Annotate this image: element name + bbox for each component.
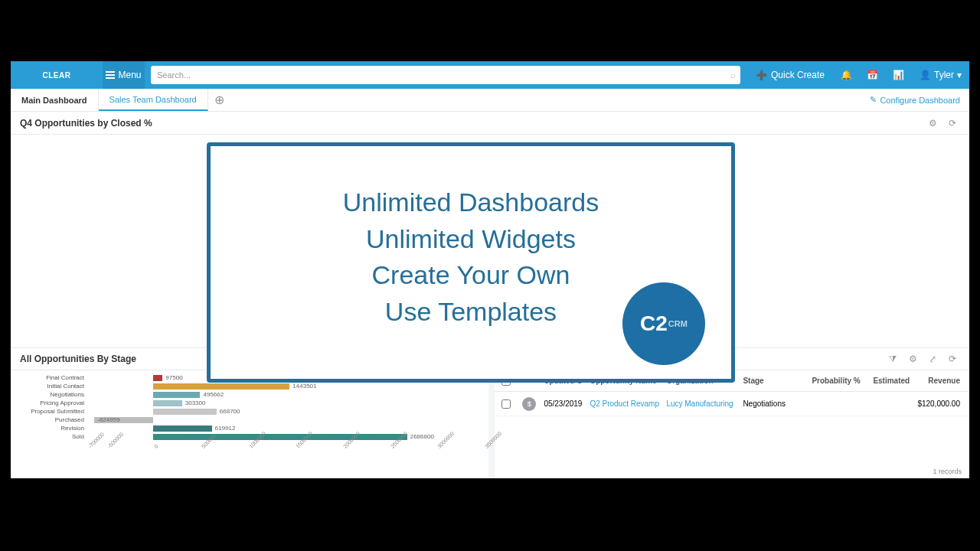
col-revenue[interactable]: Revenue (908, 377, 969, 385)
cell-organization[interactable]: Lucy Manufacturing (663, 399, 740, 408)
widget-filter-button[interactable]: ⧩ (885, 351, 900, 367)
bar (153, 409, 216, 415)
user-menu[interactable]: 👤 Tyler ▾ (912, 61, 969, 89)
search-input[interactable] (151, 66, 740, 84)
bar (153, 383, 289, 390)
menu-button[interactable]: Menu (103, 61, 145, 89)
col-estimated[interactable]: Estimated (870, 377, 908, 385)
widget-share-button[interactable]: ⤤ (925, 351, 940, 367)
configure-dashboard-button[interactable]: ✎ Configure Dashboard (861, 89, 969, 111)
bar-value-label: 668700 (220, 408, 240, 415)
hamburger-icon (106, 70, 115, 80)
bar-value-label: -624959 (97, 416, 119, 423)
bar-row: Initial Contact1443501 (87, 382, 482, 390)
bar-value-label: 495662 (203, 391, 224, 398)
col-probability[interactable]: Probability % (808, 377, 870, 385)
menu-label: Menu (118, 70, 141, 80)
bar-row: Negotiations495662 (87, 390, 482, 399)
widget-settings-button[interactable]: ⚙ (905, 351, 920, 367)
refresh-icon: ⟳ (949, 118, 956, 129)
bar-row: Sold2686800 (87, 432, 482, 441)
cell-opportunity-name[interactable]: Q2 Product Revamp (586, 399, 663, 408)
bar-label: Negotiations (15, 391, 84, 398)
plus-circle-icon: ➕ (756, 70, 767, 80)
bar-label: Sold (15, 433, 84, 440)
c2crm-logo: C2CRM (622, 282, 705, 365)
bar-row: Pricing Approval303300 (87, 399, 482, 407)
bar-value-label: 303300 (185, 399, 206, 406)
tabs-row: Main Dashboard Sales Team Dashboard ⊕ ✎ … (11, 89, 969, 112)
table-row[interactable]: $ 05/23/2019 Q2 Product Revamp Lucy Manu… (495, 392, 969, 416)
bar-label: Proposal Submitted (15, 408, 84, 415)
bar (153, 400, 181, 406)
user-name: Tyler (934, 70, 954, 80)
share-icon: ⤤ (929, 354, 936, 364)
bar-label: Initial Contact (15, 383, 84, 390)
bar-row: Revision619912 (87, 424, 482, 432)
bar-label: Revision (15, 425, 84, 432)
pencil-icon: ✎ (870, 95, 877, 105)
overlay-line-1: Unlimited Dashboards (211, 184, 731, 221)
plus-icon: ⊕ (214, 93, 224, 107)
chevron-down-icon: ▾ (957, 70, 962, 80)
bar-label: Final Contract (15, 374, 84, 381)
configure-label: Configure Dashboard (880, 96, 960, 105)
bar (153, 434, 407, 440)
row-type-icon: $ (522, 397, 536, 411)
bar (153, 425, 211, 432)
bar (153, 392, 200, 398)
topbar: CLEAR Menu ⌕ ➕ Quick Create 🔔 📅 📊 👤 Tyle… (11, 61, 969, 89)
app-logo: CLEAR (11, 71, 103, 80)
bar-label: Purchased (15, 416, 84, 423)
widget1-header: Q4 Opportunities by Closed % ⚙ ⟳ (11, 112, 969, 135)
bar (153, 375, 162, 381)
row-checkbox[interactable] (501, 399, 511, 409)
chart-icon[interactable]: 📊 (886, 61, 912, 89)
cell-revenue: $120,000.00 (908, 399, 969, 408)
bar-row: Purchased-624959 (87, 416, 482, 424)
tab-main-dashboard[interactable]: Main Dashboard (11, 89, 99, 111)
widget1-title: Q4 Opportunities by Closed % (20, 118, 925, 129)
stage-bar-chart: Final Contract97500Initial Contact144350… (11, 370, 488, 478)
search-icon[interactable]: ⌕ (730, 70, 736, 80)
bar-value-label: 97500 (165, 374, 182, 381)
bar-value-label: 2686800 (410, 433, 434, 440)
bar-value-label: 1443501 (292, 383, 316, 390)
axis-tick: 0 (153, 443, 159, 449)
user-icon: 👤 (920, 70, 931, 80)
col-stage[interactable]: Stage (740, 377, 808, 385)
cell-updated: 05/23/2019 (541, 399, 586, 408)
search-wrap: ⌕ (145, 61, 746, 89)
add-tab-button[interactable]: ⊕ (208, 89, 231, 111)
cell-stage: Negotiations (740, 399, 808, 408)
calendar-icon[interactable]: 📅 (860, 61, 886, 89)
widget-settings-button[interactable]: ⚙ (925, 116, 940, 131)
gear-icon: ⚙ (909, 354, 917, 364)
refresh-icon: ⟳ (949, 354, 956, 364)
quick-create-button[interactable]: ➕ Quick Create (746, 61, 834, 89)
widget-refresh-button[interactable]: ⟳ (945, 351, 960, 367)
bell-icon[interactable]: 🔔 (834, 61, 860, 89)
tab-sales-team-dashboard[interactable]: Sales Team Dashboard (99, 89, 208, 111)
gear-icon: ⚙ (929, 118, 937, 129)
bar-value-label: 619912 (215, 425, 236, 432)
widget-refresh-button[interactable]: ⟳ (945, 116, 960, 131)
overlay-line-2: Unlimited Widgets (211, 221, 731, 258)
bar-label: Pricing Approval (15, 399, 84, 406)
grid-footer: 1 records (495, 465, 969, 478)
x-axis: -700000-50000005000001000000150000020000… (87, 441, 482, 464)
promo-overlay: Unlimited Dashboards Unlimited Widgets C… (207, 142, 735, 383)
bar-row: Proposal Submitted668700 (87, 407, 482, 416)
filter-icon: ⧩ (889, 354, 897, 364)
quick-create-label: Quick Create (771, 70, 825, 80)
